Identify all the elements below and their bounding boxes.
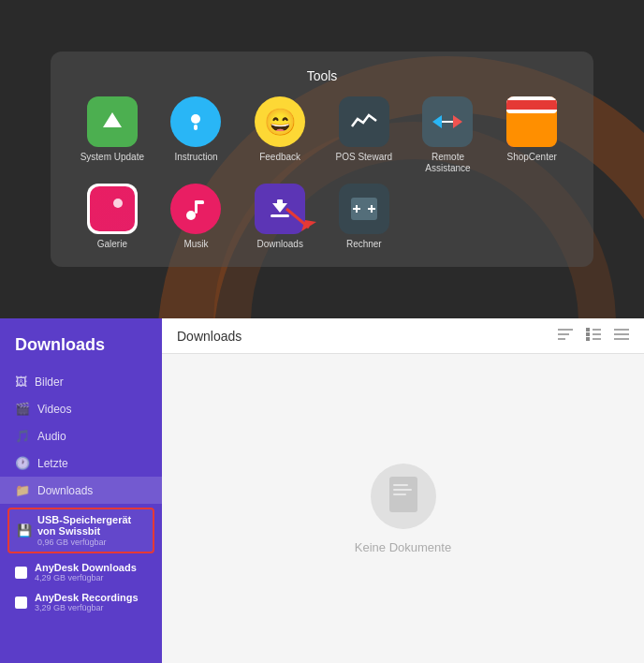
- tools-title: Tools: [73, 68, 571, 83]
- bottom-section: Downloads 🖼 Bilder 🎬 Videos 🎵 Audio 🕐 Le…: [0, 318, 644, 663]
- list-icon[interactable]: [586, 328, 601, 344]
- drive-square-icon-2: [15, 597, 27, 609]
- svg-marker-0: [103, 112, 122, 127]
- svg-rect-8: [506, 100, 557, 110]
- app-item-remote-assistance[interactable]: Remote Assistance: [409, 96, 488, 174]
- anydesk-downloads-sub: 4,29 GB verfügbar: [35, 573, 147, 582]
- menu-icon[interactable]: [614, 328, 629, 344]
- svg-rect-29: [586, 332, 590, 336]
- svg-rect-2: [194, 125, 198, 130]
- sidebar-item-audio[interactable]: 🎵 Audio: [0, 422, 162, 449]
- usb-icon: 💾: [17, 523, 32, 538]
- app-item-galerie[interactable]: Galerie: [73, 184, 152, 250]
- drive-info-2: AnyDesk Recordings 3,29 GB verfügbar: [35, 592, 147, 612]
- app-icon-galerie: [87, 184, 138, 234]
- sidebar-item-videos-label: Videos: [37, 403, 71, 416]
- svg-rect-31: [586, 337, 590, 341]
- app-item-pos-steward[interactable]: POS Steward: [325, 96, 403, 174]
- app-item-instruction[interactable]: Instruction: [157, 96, 236, 174]
- main-header-title: Downloads: [177, 329, 242, 344]
- sort-icon[interactable]: [558, 328, 573, 344]
- svg-rect-9: [90, 186, 135, 231]
- app-label-musik: Musik: [183, 239, 208, 250]
- app-icon-system-update: [87, 96, 138, 147]
- audio-icon: 🎵: [15, 429, 30, 443]
- app-icon-feedback: 😄: [255, 96, 305, 147]
- app-icon-downloads: [255, 184, 305, 234]
- svg-rect-37: [393, 484, 408, 486]
- main-header: Downloads: [162, 318, 644, 354]
- anydesk-recordings-sub: 3,29 GB verfügbar: [35, 603, 147, 612]
- app-label-feedback: Feedback: [259, 152, 300, 163]
- sidebar-title: Downloads: [0, 330, 162, 368]
- anydesk-downloads-label: AnyDesk Downloads: [35, 562, 147, 573]
- app-label-instruction: Instruction: [174, 152, 217, 163]
- videos-icon: 🎬: [15, 402, 30, 416]
- app-icon-instruction: [170, 96, 221, 147]
- drive-info: AnyDesk Downloads 4,29 GB verfügbar: [35, 562, 147, 582]
- app-icon-pos-steward: [339, 96, 389, 147]
- sidebar-item-bilder[interactable]: 🖼 Bilder: [0, 368, 162, 395]
- sidebar-item-letzte-label: Letzte: [37, 457, 68, 470]
- svg-rect-27: [586, 328, 590, 332]
- sidebar-item-bilder-label: Bilder: [35, 376, 64, 389]
- sidebar-item-videos[interactable]: 🎬 Videos: [0, 395, 162, 422]
- svg-rect-38: [393, 489, 412, 491]
- svg-point-11: [186, 211, 196, 220]
- svg-rect-13: [195, 200, 204, 204]
- svg-point-1: [191, 114, 200, 124]
- app-label-rechner: Rechner: [346, 239, 382, 250]
- anydesk-recordings-item[interactable]: AnyDesk Recordings 3,29 GB verfügbar: [0, 587, 162, 617]
- app-label-system-update: System Update: [80, 152, 144, 163]
- app-item-musik[interactable]: Musik: [157, 184, 236, 250]
- bilder-icon: 🖼: [15, 375, 27, 389]
- app-grid: System UpdateInstruction😄FeedbackPOS Ste…: [73, 96, 571, 250]
- app-item-shopcenter[interactable]: ShopCenter: [492, 96, 571, 174]
- anydesk-downloads-item[interactable]: AnyDesk Downloads 4,29 GB verfügbar: [0, 557, 162, 587]
- sidebar-item-downloads[interactable]: 📁 Downloads: [0, 477, 162, 504]
- empty-text: Keine Dokumente: [355, 540, 451, 554]
- empty-icon: [371, 464, 436, 529]
- usb-info: USB-Speichergerät von Swissbit 0,96 GB v…: [37, 514, 145, 547]
- app-item-feedback[interactable]: 😄Feedback: [241, 96, 319, 174]
- main-content: Downloads: [162, 318, 644, 663]
- app-label-shopcenter: ShopCenter: [506, 152, 556, 163]
- svg-marker-3: [432, 115, 442, 128]
- app-item-system-update[interactable]: System Update: [73, 96, 152, 174]
- sidebar-item-downloads-label: Downloads: [37, 484, 93, 497]
- app-item-rechner[interactable]: Rechner: [325, 184, 403, 250]
- sidebar-item-audio-label: Audio: [37, 430, 66, 443]
- anydesk-recordings-label: AnyDesk Recordings: [35, 592, 147, 603]
- app-label-downloads: Downloads: [256, 239, 302, 250]
- app-icon-shopcenter: [506, 96, 557, 147]
- svg-rect-39: [393, 494, 406, 495]
- header-icons: [558, 328, 629, 344]
- app-icon-remote-assistance: [422, 96, 473, 147]
- downloads-folder-icon: 📁: [15, 483, 30, 497]
- drive-square-icon: [15, 567, 27, 579]
- svg-point-10: [113, 199, 123, 208]
- usb-sub: 0,96 GB verfügbar: [37, 538, 145, 547]
- empty-state: Keine Dokumente: [162, 354, 644, 663]
- app-icon-musik: [170, 184, 221, 234]
- app-label-galerie: Galerie: [97, 239, 127, 250]
- sidebar-item-letzte[interactable]: 🕐 Letzte: [0, 449, 162, 477]
- top-section: Tools System UpdateInstruction😄FeedbackP…: [0, 0, 644, 318]
- usb-storage-item[interactable]: 💾 USB-Speichergerät von Swissbit 0,96 GB…: [7, 508, 154, 553]
- usb-label: USB-Speichergerät von Swissbit: [37, 514, 145, 537]
- app-label-pos-steward: POS Steward: [336, 152, 393, 163]
- app-icon-rechner: [339, 184, 389, 234]
- svg-marker-4: [453, 115, 462, 128]
- letzte-icon: 🕐: [15, 456, 30, 470]
- app-item-downloads[interactable]: Downloads: [241, 184, 319, 250]
- sidebar: Downloads 🖼 Bilder 🎬 Videos 🎵 Audio 🕐 Le…: [0, 318, 162, 663]
- tools-panel: Tools System UpdateInstruction😄FeedbackP…: [51, 52, 593, 267]
- app-label-remote-assistance: Remote Assistance: [409, 152, 488, 174]
